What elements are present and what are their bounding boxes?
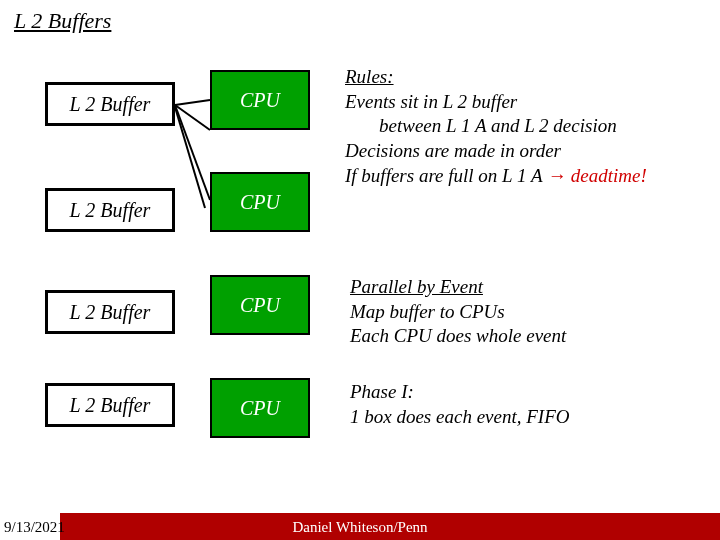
rules-block: Rules: Events sit in L 2 buffer between …: [345, 65, 715, 188]
cpu-4: CPU: [210, 378, 310, 438]
phase-line1: Phase I:: [350, 381, 414, 402]
parallel-block: Parallel by Event Map buffer to CPUs Eac…: [350, 275, 710, 349]
svg-line-2: [175, 105, 210, 200]
phase-block: Phase I: 1 box does each event, FIFO: [350, 380, 710, 429]
l2-buffer-2: L 2 Buffer: [45, 188, 175, 232]
arrow-icon: →: [547, 165, 566, 186]
svg-line-1: [175, 105, 210, 130]
l2-buffer-1: L 2 Buffer: [45, 82, 175, 126]
l2-buffer-3: L 2 Buffer: [45, 290, 175, 334]
rules-heading: Rules:: [345, 66, 394, 87]
slide-author: Daniel Whiteson/Penn: [292, 519, 427, 536]
svg-line-3: [175, 107, 205, 208]
cpu-3: CPU: [210, 275, 310, 335]
rules-line1: Events sit in L 2 buffer: [345, 91, 517, 112]
slide-title: L 2 Buffers: [14, 8, 111, 34]
parallel-heading: Parallel by Event: [350, 276, 483, 297]
parallel-line2: Each CPU does whole event: [350, 325, 566, 346]
rules-line3: Decisions are made in order: [345, 140, 561, 161]
svg-line-0: [175, 100, 210, 105]
rules-line4a: If buffers are full on L 1 A: [345, 165, 547, 186]
parallel-line1: Map buffer to CPUs: [350, 301, 505, 322]
l2-buffer-4: L 2 Buffer: [45, 383, 175, 427]
cpu-2: CPU: [210, 172, 310, 232]
rules-line2: between L 1 A and L 2 decision: [379, 114, 617, 139]
phase-line2: 1 box does each event, FIFO: [350, 406, 569, 427]
rules-line4b: deadtime!: [566, 165, 647, 186]
slide-date: 9/13/2021: [4, 519, 65, 536]
cpu-1: CPU: [210, 70, 310, 130]
